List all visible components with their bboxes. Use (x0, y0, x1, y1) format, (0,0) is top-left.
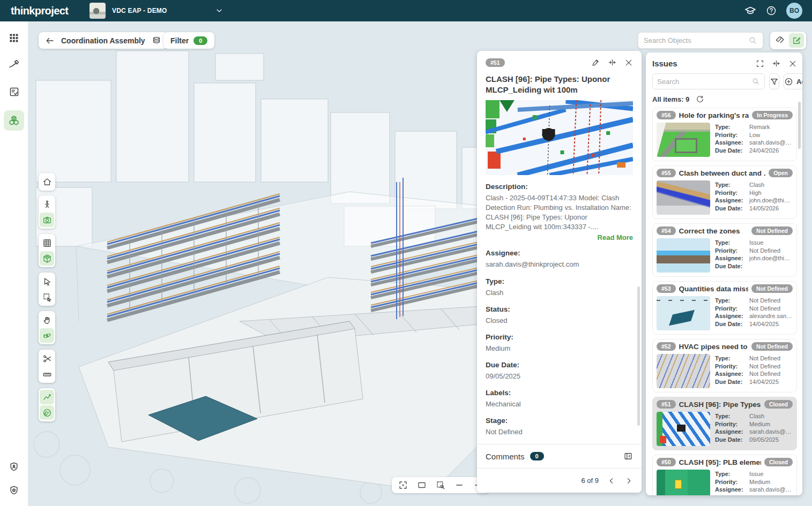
issue-card-title: HVAC pipes need to be ... (679, 343, 749, 351)
camera-icon[interactable] (40, 213, 54, 227)
refresh-icon[interactable] (696, 95, 704, 103)
field-value: 14/04/2025 (749, 321, 793, 327)
field-value: Clash (749, 182, 793, 188)
chevron-left-icon[interactable] (607, 477, 616, 485)
comments-bar[interactable]: Comments 0 (477, 444, 642, 468)
home-icon[interactable] (40, 175, 54, 189)
fullscreen-icon[interactable] (756, 59, 764, 68)
walk-icon[interactable] (40, 197, 54, 212)
description-label: Description: (486, 183, 633, 191)
field-label: Assignee: (715, 313, 747, 319)
field-label: Priority: (715, 479, 747, 485)
status-badge: Not Defined (751, 342, 793, 351)
field-label: Priority: (715, 305, 747, 312)
field-label: Type: (715, 239, 747, 246)
issue-card[interactable]: #50 CLASH [95]: PLB elemen... Closed Typ… (652, 455, 797, 495)
read-more-link[interactable]: Read More (486, 233, 633, 241)
zoom-out-icon[interactable] (453, 479, 465, 491)
field-label: Type: (715, 471, 747, 477)
close-icon[interactable] (788, 59, 797, 68)
issue-card-title: Clash between duct and ... (679, 169, 766, 177)
issue-card-selected[interactable]: #51 CLASH [96]: Pipe Types: U... Closed … (652, 397, 797, 450)
measure-ruler-icon[interactable] (40, 367, 54, 381)
back-arrow-icon[interactable] (45, 36, 55, 46)
apps-grid-icon[interactable] (6, 30, 22, 46)
sidebar (0, 21, 28, 506)
search-objects-input[interactable] (644, 36, 748, 44)
detail-scrollbar[interactable] (637, 286, 640, 426)
issue-card[interactable]: #52 HVAC pipes need to be ... Not Define… (652, 339, 797, 392)
marquee-select-icon[interactable] (40, 290, 54, 304)
tool-group-home (39, 173, 55, 191)
field-label: Priority: (715, 132, 747, 138)
redline-icon[interactable] (6, 57, 22, 73)
fit-view-icon[interactable] (397, 479, 409, 491)
help-icon[interactable] (766, 5, 777, 16)
field-value: sarah.davis@thin... (749, 139, 793, 146)
issue-snapshot (486, 100, 633, 175)
issue-card[interactable]: #54 Correct the zones Not Defined Type:I… (652, 223, 797, 277)
window-zoom-icon[interactable] (435, 479, 446, 491)
issue-card-title: CLASH [96]: Pipe Types: U... (679, 401, 761, 409)
panel-toggle-icon[interactable] (623, 451, 633, 461)
field-value: Not Defined (749, 247, 793, 254)
issues-search-input[interactable] (657, 78, 751, 86)
filter-funnel-icon[interactable] (769, 73, 779, 89)
field-value: Not Defined (749, 363, 793, 369)
orbit-icon[interactable] (40, 328, 54, 343)
terrain-icon[interactable] (40, 405, 54, 420)
issue-card[interactable]: #55 Clash between duct and ... Open Type… (652, 165, 797, 219)
rect-zoom-icon[interactable] (416, 479, 428, 491)
models-cubes-icon[interactable] (4, 110, 24, 131)
issue-card[interactable]: #56 Hole for parking's ramp In Progress … (652, 108, 797, 161)
issue-id-badge: #52 (657, 342, 676, 351)
field-value: Not Defined (486, 427, 633, 437)
all-items-count: All items: 9 (652, 95, 689, 103)
settings-shield-icon[interactable] (6, 482, 22, 499)
pan-hand-icon[interactable] (40, 313, 54, 327)
section-scissors-icon[interactable] (40, 351, 54, 366)
avatar[interactable]: BO (786, 3, 802, 19)
app-window: thinkproject VDC EAP - DEMO BO (0, 0, 812, 506)
polyline-icon[interactable] (40, 390, 54, 404)
issue-card[interactable]: #53 Quantities data missing Not Defined … (652, 281, 797, 335)
issues-search-box (652, 73, 765, 89)
field-label: Due Date: (486, 361, 633, 369)
close-icon[interactable] (624, 58, 633, 67)
tool-group-select (39, 273, 55, 306)
field-value: 10/04/2025 (749, 494, 793, 496)
field-label: Due Date: (715, 321, 747, 327)
add-issue-button[interactable]: Add (784, 73, 802, 89)
description-text: Clash - 2025-04-09T14:47:33 Model: Clash… (486, 193, 633, 232)
tags-icon[interactable] (772, 33, 787, 48)
chevron-right-icon[interactable] (624, 477, 633, 485)
collapse-icon[interactable] (608, 58, 617, 67)
cube-3d-icon[interactable] (40, 251, 54, 266)
field-label: Due Date: (715, 494, 747, 496)
edit-pencil-icon[interactable] (591, 58, 600, 67)
field-label: Priority: (486, 333, 633, 341)
cursor-icon[interactable] (40, 274, 54, 289)
field-value (749, 263, 793, 269)
issue-thumbnail (657, 238, 710, 273)
issue-card-title: Correct the zones (679, 227, 749, 235)
grid-icon[interactable] (40, 236, 54, 250)
issue-detail-panel: #51 CLASH [96]: Pipe Types: Uponor MLCP_… (477, 51, 642, 493)
search-icon (748, 36, 757, 45)
filter-button[interactable]: Filter 0 (163, 32, 214, 49)
search-icon (751, 77, 760, 86)
collapse-icon[interactable] (772, 59, 781, 68)
issues-scrollbar[interactable] (798, 102, 801, 149)
admin-shield-icon[interactable] (6, 459, 22, 475)
project-selector[interactable]: VDC EAP - DEMO (90, 3, 224, 19)
breadcrumb: Coordination Assembly (39, 32, 168, 49)
layers-list-icon[interactable] (152, 36, 161, 46)
training-icon[interactable] (744, 5, 756, 17)
field-label: Assignee: (715, 255, 747, 261)
field-label: Due Date: (715, 263, 747, 269)
field-label: Type: (715, 297, 747, 304)
issue-thumbnail (657, 412, 710, 446)
markup-edit-icon[interactable] (789, 33, 804, 48)
field-label: Labels: (486, 389, 633, 397)
checklist-icon[interactable] (6, 84, 22, 100)
